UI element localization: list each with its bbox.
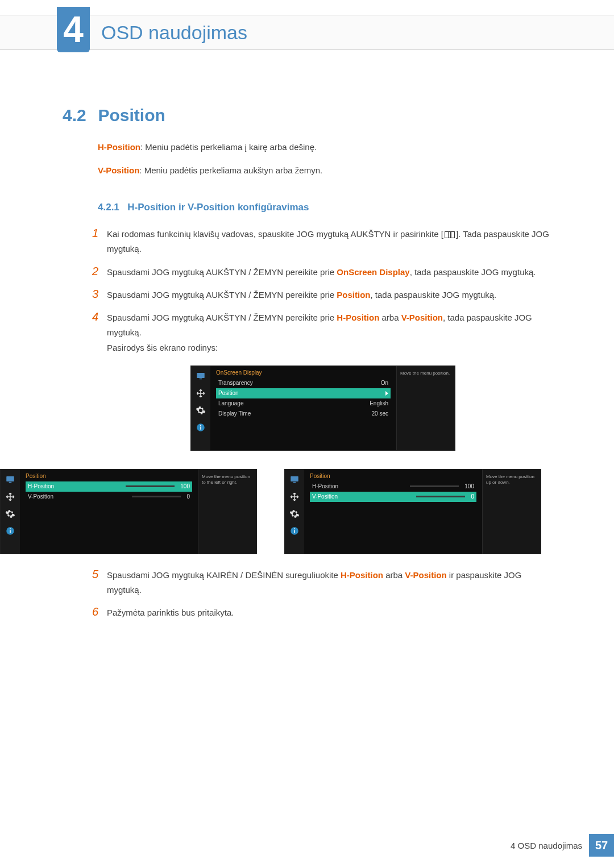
step-6: 6 Pažymėta parinktis bus pritaikyta. bbox=[92, 605, 557, 620]
v-position-label: V-Position bbox=[98, 165, 139, 175]
move-icon bbox=[5, 491, 16, 502]
osd-title: OnScreen Display bbox=[216, 369, 391, 376]
osd-sidebar bbox=[1, 470, 20, 554]
chapter-title: OSD naudojimas bbox=[101, 22, 247, 44]
info-icon bbox=[5, 525, 16, 537]
gear-icon bbox=[289, 508, 300, 520]
step-2: 2 Spausdami JOG mygtuką AUKŠTYN / ŽEMYN … bbox=[92, 265, 557, 280]
osd-row-selected: V-Position0 bbox=[310, 492, 476, 502]
section-title: Position bbox=[98, 106, 165, 124]
gear-icon bbox=[5, 508, 16, 520]
osd-body: OnScreen Display TransparencyOn Position… bbox=[210, 366, 396, 450]
step-4: 4 Spausdami JOG mygtuką AUKŠTYN / ŽEMYN … bbox=[92, 310, 557, 355]
section-heading: 4.2 Position bbox=[63, 106, 557, 125]
step-body: Spausdami JOG mygtuką KAIRĖN / DEŠINĖN s… bbox=[107, 568, 557, 598]
section-number: 4.2 bbox=[63, 106, 96, 125]
step-number: 1 bbox=[92, 227, 107, 257]
chapter-number-badge: 4 bbox=[57, 7, 90, 52]
step-number: 3 bbox=[92, 288, 107, 302]
osd-help-text: Move the menu position to the left or ri… bbox=[198, 470, 256, 554]
info-icon bbox=[195, 422, 206, 433]
step-number: 5 bbox=[92, 568, 107, 598]
step-1: 1 Kai rodomas funkcinių klavišų vadovas,… bbox=[92, 227, 557, 257]
osd-v-position: Position H-Position100 V-Position0 Move … bbox=[284, 469, 541, 554]
svg-point-9 bbox=[10, 528, 11, 529]
chevron-right-icon bbox=[385, 391, 388, 396]
h-position-label: H-Position bbox=[98, 142, 140, 152]
osd-body: Position H-Position100 V-Position0 bbox=[20, 470, 198, 554]
svg-rect-3 bbox=[200, 426, 201, 429]
page-footer: 4 OSD naudojimas 57 bbox=[511, 834, 614, 857]
svg-rect-13 bbox=[294, 530, 295, 533]
monitor-icon bbox=[5, 474, 16, 485]
footer-chapter-label: 4 OSD naudojimas bbox=[511, 841, 582, 850]
osd-row: TransparencyOn bbox=[216, 378, 391, 388]
step-number: 2 bbox=[92, 265, 107, 280]
svg-rect-5 bbox=[6, 476, 14, 481]
osd-h-position: Position H-Position100 V-Position0 Move … bbox=[0, 469, 257, 554]
step-body: Spausdami JOG mygtuką AUKŠTYN / ŽEMYN pe… bbox=[107, 288, 496, 302]
osd-row: V-Position0 bbox=[26, 492, 192, 502]
osd-body: Position H-Position100 V-Position0 bbox=[304, 470, 482, 554]
monitor-icon bbox=[289, 474, 300, 485]
svg-point-4 bbox=[200, 425, 201, 426]
svg-rect-10 bbox=[291, 476, 298, 481]
subsection-title: H-Position ir V-Position konfigūravimas bbox=[127, 202, 309, 213]
osd-sidebar bbox=[191, 366, 210, 450]
move-icon bbox=[289, 491, 300, 502]
svg-rect-6 bbox=[9, 482, 12, 483]
osd-title: Position bbox=[26, 473, 192, 479]
content-area: 4.2 Position H-Position: Meniu padėtis p… bbox=[63, 106, 557, 629]
svg-rect-8 bbox=[10, 530, 11, 533]
osd-title: Position bbox=[310, 473, 476, 479]
step-5: 5 Spausdami JOG mygtuką KAIRĖN / DEŠINĖN… bbox=[92, 568, 557, 598]
page-number: 57 bbox=[589, 834, 614, 857]
menu-icon bbox=[445, 231, 455, 238]
header-band bbox=[0, 15, 614, 50]
step-body: Pažymėta parinktis bus pritaikyta. bbox=[107, 605, 234, 620]
step-body: Spausdami JOG mygtuką AUKŠTYN / ŽEMYN pe… bbox=[107, 265, 536, 280]
step-number: 6 bbox=[92, 605, 107, 620]
subsection-heading: 4.2.1 H-Position ir V-Position konfigūra… bbox=[98, 202, 557, 213]
step-body: Kai rodomas funkcinių klavišų vadovas, s… bbox=[107, 227, 557, 257]
svg-rect-11 bbox=[293, 482, 296, 483]
v-position-description: V-Position: Meniu padėtis perkeliama auk… bbox=[98, 164, 557, 177]
osd-help-text: Move the menu position. bbox=[396, 366, 455, 450]
steps-list-continued: 5 Spausdami JOG mygtuką KAIRĖN / DEŠINĖN… bbox=[92, 568, 557, 621]
move-icon bbox=[195, 388, 206, 399]
info-icon bbox=[289, 525, 300, 537]
svg-rect-1 bbox=[200, 379, 202, 380]
osd-row-selected: Position bbox=[216, 388, 391, 398]
slider bbox=[410, 485, 459, 487]
osd-help-text: Move the menu position up or down. bbox=[482, 470, 541, 554]
svg-rect-0 bbox=[197, 373, 205, 378]
osd-screenshot-pair: Position H-Position100 V-Position0 Move … bbox=[0, 469, 557, 554]
osd-row: LanguageEnglish bbox=[216, 398, 391, 409]
step-3: 3 Spausdami JOG mygtuką AUKŠTYN / ŽEMYN … bbox=[92, 288, 557, 302]
osd-row: Display Time20 sec bbox=[216, 409, 391, 419]
osd-row-selected: H-Position100 bbox=[26, 481, 192, 492]
subsection-number: 4.2.1 bbox=[98, 202, 119, 213]
step-body: Spausdami JOG mygtuką AUKŠTYN / ŽEMYN pe… bbox=[107, 310, 557, 355]
slider bbox=[416, 496, 465, 497]
steps-list: 1 Kai rodomas funkcinių klavišų vadovas,… bbox=[92, 227, 557, 355]
h-position-description: H-Position: Meniu padėtis perkeliama į k… bbox=[98, 141, 557, 154]
osd-screenshot-main: OnScreen Display TransparencyOn Position… bbox=[190, 366, 557, 451]
monitor-icon bbox=[195, 371, 206, 382]
osd-row: H-Position100 bbox=[310, 481, 476, 492]
step-number: 4 bbox=[92, 310, 107, 355]
slider bbox=[126, 485, 175, 487]
slider bbox=[132, 496, 181, 497]
svg-point-14 bbox=[294, 528, 295, 529]
gear-icon bbox=[195, 405, 206, 416]
osd-sidebar bbox=[285, 470, 304, 554]
